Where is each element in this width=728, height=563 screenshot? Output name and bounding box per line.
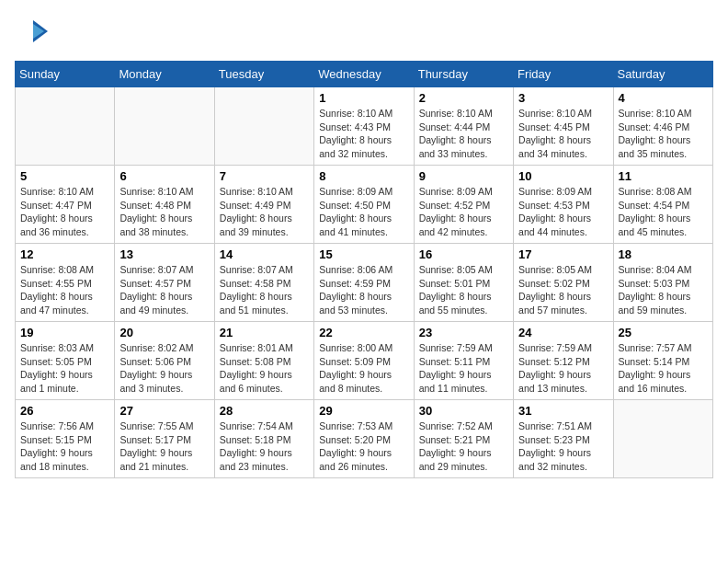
logo [15, 15, 53, 52]
calendar-cell: 18Sunrise: 8:04 AM Sunset: 5:03 PM Dayli… [613, 244, 712, 322]
day-info: Sunrise: 8:09 AM Sunset: 4:50 PM Dayligh… [319, 185, 408, 239]
day-number: 19 [20, 326, 109, 339]
weekday-header: Wednesday [314, 62, 414, 87]
day-number: 13 [119, 247, 209, 261]
day-number: 31 [518, 404, 608, 418]
day-number: 23 [419, 326, 508, 339]
calendar-cell: 16Sunrise: 8:05 AM Sunset: 5:01 PM Dayli… [414, 244, 513, 322]
day-info: Sunrise: 8:09 AM Sunset: 4:53 PM Dayligh… [518, 185, 608, 239]
day-info: Sunrise: 8:10 AM Sunset: 4:46 PM Dayligh… [619, 107, 708, 161]
calendar-cell: 25Sunrise: 7:57 AM Sunset: 5:14 PM Dayli… [613, 322, 712, 400]
week-row: 1Sunrise: 8:10 AM Sunset: 4:43 PM Daylig… [16, 87, 713, 166]
calendar-cell [613, 400, 712, 478]
calendar-cell: 13Sunrise: 8:07 AM Sunset: 4:57 PM Dayli… [115, 244, 214, 322]
calendar-cell [16, 87, 115, 166]
calendar-cell: 31Sunrise: 7:51 AM Sunset: 5:23 PM Dayli… [514, 400, 613, 478]
calendar-cell: 1Sunrise: 8:10 AM Sunset: 4:43 PM Daylig… [314, 87, 414, 166]
weekday-header: Thursday [414, 62, 513, 87]
calendar-cell: 26Sunrise: 7:56 AM Sunset: 5:15 PM Dayli… [16, 400, 115, 478]
calendar-cell: 7Sunrise: 8:10 AM Sunset: 4:49 PM Daylig… [214, 166, 313, 244]
calendar-cell: 12Sunrise: 8:08 AM Sunset: 4:55 PM Dayli… [16, 244, 115, 322]
calendar-cell: 23Sunrise: 7:59 AM Sunset: 5:11 PM Dayli… [414, 322, 513, 400]
calendar-cell: 27Sunrise: 7:55 AM Sunset: 5:17 PM Dayli… [115, 400, 214, 478]
day-info: Sunrise: 8:09 AM Sunset: 4:52 PM Dayligh… [419, 185, 508, 239]
calendar-cell: 8Sunrise: 8:09 AM Sunset: 4:50 PM Daylig… [314, 166, 414, 244]
day-info: Sunrise: 8:10 AM Sunset: 4:48 PM Dayligh… [119, 185, 209, 239]
calendar-cell: 21Sunrise: 8:01 AM Sunset: 5:08 PM Dayli… [214, 322, 313, 400]
day-info: Sunrise: 8:08 AM Sunset: 4:54 PM Dayligh… [619, 185, 708, 239]
day-info: Sunrise: 8:05 AM Sunset: 5:02 PM Dayligh… [518, 263, 608, 317]
day-number: 16 [419, 247, 508, 261]
day-number: 30 [419, 404, 508, 418]
day-number: 9 [419, 169, 508, 183]
day-number: 28 [220, 404, 309, 418]
calendar-cell: 14Sunrise: 8:07 AM Sunset: 4:58 PM Dayli… [214, 244, 313, 322]
calendar-cell: 4Sunrise: 8:10 AM Sunset: 4:46 PM Daylig… [613, 87, 712, 166]
calendar-cell: 15Sunrise: 8:06 AM Sunset: 4:59 PM Dayli… [314, 244, 414, 322]
day-info: Sunrise: 8:10 AM Sunset: 4:43 PM Dayligh… [319, 107, 408, 161]
calendar-cell: 11Sunrise: 8:08 AM Sunset: 4:54 PM Dayli… [613, 166, 712, 244]
calendar-cell: 9Sunrise: 8:09 AM Sunset: 4:52 PM Daylig… [414, 166, 513, 244]
day-number: 10 [518, 169, 608, 183]
day-info: Sunrise: 8:10 AM Sunset: 4:47 PM Dayligh… [20, 185, 109, 239]
day-info: Sunrise: 8:07 AM Sunset: 4:58 PM Dayligh… [220, 263, 309, 317]
day-info: Sunrise: 8:05 AM Sunset: 5:01 PM Dayligh… [419, 263, 508, 317]
week-row: 19Sunrise: 8:03 AM Sunset: 5:05 PM Dayli… [16, 322, 713, 400]
day-number: 29 [319, 404, 408, 418]
page-header [15, 15, 713, 52]
day-number: 15 [319, 247, 408, 261]
day-number: 7 [220, 169, 309, 183]
weekday-header: Monday [115, 62, 214, 87]
day-number: 8 [319, 169, 408, 183]
day-number: 25 [619, 326, 708, 339]
day-number: 27 [119, 404, 209, 418]
day-info: Sunrise: 8:06 AM Sunset: 4:59 PM Dayligh… [319, 263, 408, 317]
day-number: 17 [518, 247, 608, 261]
calendar-table: SundayMondayTuesdayWednesdayThursdayFrid… [15, 61, 713, 478]
day-info: Sunrise: 7:59 AM Sunset: 5:12 PM Dayligh… [518, 341, 608, 396]
day-info: Sunrise: 7:53 AM Sunset: 5:20 PM Dayligh… [319, 419, 408, 474]
calendar-cell: 28Sunrise: 7:54 AM Sunset: 5:18 PM Dayli… [214, 400, 313, 478]
day-number: 6 [119, 169, 209, 183]
day-number: 18 [619, 247, 708, 261]
week-row: 26Sunrise: 7:56 AM Sunset: 5:15 PM Dayli… [16, 400, 713, 478]
day-info: Sunrise: 8:10 AM Sunset: 4:45 PM Dayligh… [518, 107, 608, 161]
day-info: Sunrise: 7:51 AM Sunset: 5:23 PM Dayligh… [518, 419, 608, 474]
calendar-cell: 29Sunrise: 7:53 AM Sunset: 5:20 PM Dayli… [314, 400, 414, 478]
day-info: Sunrise: 7:56 AM Sunset: 5:15 PM Dayligh… [20, 419, 109, 474]
calendar-cell: 19Sunrise: 8:03 AM Sunset: 5:05 PM Dayli… [16, 322, 115, 400]
calendar-cell: 2Sunrise: 8:10 AM Sunset: 4:44 PM Daylig… [414, 87, 513, 166]
day-number: 26 [20, 404, 109, 418]
week-row: 12Sunrise: 8:08 AM Sunset: 4:55 PM Dayli… [16, 244, 713, 322]
day-number: 4 [619, 91, 708, 105]
day-info: Sunrise: 8:01 AM Sunset: 5:08 PM Dayligh… [220, 341, 309, 396]
day-number: 22 [319, 326, 408, 339]
day-info: Sunrise: 8:10 AM Sunset: 4:49 PM Dayligh… [220, 185, 309, 239]
day-info: Sunrise: 8:03 AM Sunset: 5:05 PM Dayligh… [20, 341, 109, 396]
calendar-cell [115, 87, 214, 166]
day-number: 14 [220, 247, 309, 261]
weekday-header: Tuesday [214, 62, 313, 87]
day-info: Sunrise: 8:07 AM Sunset: 4:57 PM Dayligh… [119, 263, 209, 317]
weekday-header-row: SundayMondayTuesdayWednesdayThursdayFrid… [16, 62, 713, 87]
day-number: 11 [619, 169, 708, 183]
calendar-cell: 17Sunrise: 8:05 AM Sunset: 5:02 PM Dayli… [514, 244, 613, 322]
day-number: 12 [20, 247, 109, 261]
calendar-cell: 5Sunrise: 8:10 AM Sunset: 4:47 PM Daylig… [16, 166, 115, 244]
day-info: Sunrise: 8:08 AM Sunset: 4:55 PM Dayligh… [20, 263, 109, 317]
day-info: Sunrise: 8:00 AM Sunset: 5:09 PM Dayligh… [319, 341, 408, 396]
day-number: 24 [518, 326, 608, 339]
calendar-cell: 20Sunrise: 8:02 AM Sunset: 5:06 PM Dayli… [115, 322, 214, 400]
day-info: Sunrise: 8:04 AM Sunset: 5:03 PM Dayligh… [619, 263, 708, 317]
weekday-header: Sunday [16, 62, 115, 87]
day-number: 20 [119, 326, 209, 339]
day-info: Sunrise: 7:59 AM Sunset: 5:11 PM Dayligh… [419, 341, 508, 396]
day-number: 3 [518, 91, 608, 105]
weekday-header: Friday [514, 62, 613, 87]
day-number: 5 [20, 169, 109, 183]
day-info: Sunrise: 7:52 AM Sunset: 5:21 PM Dayligh… [419, 419, 508, 474]
calendar-cell: 30Sunrise: 7:52 AM Sunset: 5:21 PM Dayli… [414, 400, 513, 478]
day-info: Sunrise: 8:02 AM Sunset: 5:06 PM Dayligh… [119, 341, 209, 396]
calendar-cell [214, 87, 313, 166]
calendar-cell: 22Sunrise: 8:00 AM Sunset: 5:09 PM Dayli… [314, 322, 414, 400]
